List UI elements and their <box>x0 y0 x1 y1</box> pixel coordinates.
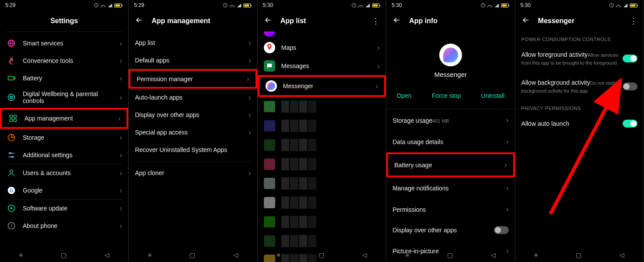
item-label: Battery usage <box>394 162 432 169</box>
nav-bar: ≡ ▢ ◁ <box>258 251 386 259</box>
list-item[interactable] <box>258 193 386 212</box>
actions-row: Open Force stop Uninstall <box>386 88 514 110</box>
nav-back[interactable]: ◁ <box>491 252 496 259</box>
settings-item[interactable]: Smart services› <box>0 34 128 52</box>
app-detail-item[interactable]: Storage usage401 MB› <box>386 110 514 131</box>
settings-item[interactable]: Digital Wellbeing & parental controls› <box>0 87 128 108</box>
force-stop-button[interactable]: Force stop <box>432 92 461 99</box>
settings-item[interactable]: Storage› <box>0 129 128 146</box>
clock: 5:30 <box>263 2 273 8</box>
page-title: Messenger <box>538 17 575 25</box>
app-list-item[interactable]: Messenger› <box>258 75 386 97</box>
toggle[interactable] <box>494 226 509 234</box>
nav-back[interactable]: ◁ <box>105 252 109 259</box>
item-icon <box>6 168 17 178</box>
list-item[interactable] <box>258 231 386 251</box>
app-list-item[interactable]: Messages› <box>258 57 386 75</box>
app-mgmt-item[interactable]: Special app access› <box>129 124 257 141</box>
settings-item[interactable]: App management› <box>0 108 128 129</box>
app-mgmt-item[interactable]: Display over other apps› <box>129 106 257 124</box>
app-mgmt-item[interactable]: Default apps› <box>129 52 257 69</box>
toggle[interactable] <box>623 120 637 128</box>
nav-recents[interactable]: ≡ <box>19 252 23 259</box>
settings-item[interactable]: About phone› <box>0 217 128 234</box>
redacted-label <box>281 196 316 209</box>
back-icon[interactable] <box>135 16 144 26</box>
list-item[interactable] <box>258 212 386 231</box>
item-label: Data usage details <box>392 138 443 145</box>
app-list: Maps›Messages›Messenger› <box>258 31 386 262</box>
chevron-right-icon: › <box>248 169 251 178</box>
nav-home[interactable]: ▢ <box>318 252 324 259</box>
app-detail-item[interactable]: Manage notifications› <box>386 177 514 199</box>
toggle[interactable] <box>623 55 637 62</box>
app-icon <box>264 216 275 228</box>
app-icon <box>264 31 275 37</box>
item-label: Digital Wellbeing & parental controls <box>23 90 113 104</box>
svg-rect-37 <box>373 4 378 7</box>
svg-point-41 <box>489 7 490 7</box>
chevron-right-icon: › <box>119 39 122 48</box>
nav-recents[interactable]: ≡ <box>406 252 409 259</box>
app-mgmt-item[interactable]: App cloner› <box>129 164 257 182</box>
app-mgmt-item[interactable]: Recover Uninstalled System Apps <box>129 141 257 159</box>
svg-rect-49 <box>637 4 638 6</box>
settings-item[interactable]: Additional settings› <box>0 146 128 164</box>
app-mgmt-item[interactable]: Permission manager› <box>129 69 257 89</box>
app-mgmt-item[interactable]: App list› <box>129 34 257 52</box>
header: App info <box>386 10 514 31</box>
svg-point-30 <box>231 7 232 7</box>
settings-item[interactable]: Convenience tools› <box>0 52 128 69</box>
app-icon <box>264 101 275 112</box>
settings-item[interactable]: GGoogle› <box>0 182 128 199</box>
list-item[interactable] <box>258 155 386 174</box>
app-detail-item[interactable]: Permissions› <box>386 199 514 220</box>
nav-home[interactable]: ▢ <box>189 252 195 259</box>
status-bar: 5:30 <box>386 0 514 10</box>
item-icon: G <box>6 185 17 196</box>
nav-recents[interactable]: ≡ <box>534 252 538 259</box>
more-icon[interactable]: ⋮ <box>630 16 637 26</box>
uninstall-button[interactable]: Uninstall <box>481 92 505 99</box>
app-mgmt-list: App list›Default apps›Permission manager… <box>129 31 257 184</box>
back-icon[interactable] <box>392 16 401 26</box>
nav-home[interactable]: ▢ <box>447 252 453 259</box>
more-icon[interactable]: ⋮ <box>372 16 380 26</box>
back-icon[interactable] <box>264 16 273 26</box>
list-item[interactable] <box>258 174 386 193</box>
nav-home[interactable]: ▢ <box>576 252 581 259</box>
app-mgmt-item[interactable]: Auto-launch apps› <box>129 89 257 106</box>
nav-back[interactable]: ◁ <box>362 252 367 259</box>
nav-recents[interactable]: ≡ <box>276 252 280 259</box>
app-detail-item[interactable]: Display over other apps <box>386 220 514 240</box>
settings-item[interactable]: Software update› <box>0 200 128 217</box>
list-item[interactable] <box>258 31 386 38</box>
page-title: Settings <box>6 17 122 25</box>
nav-back[interactable]: ◁ <box>233 252 238 259</box>
back-icon[interactable] <box>522 16 530 26</box>
item-icon <box>8 113 18 124</box>
nav-recents[interactable]: ≡ <box>148 252 151 259</box>
power-item[interactable]: Allow background activityDo not restrict… <box>515 72 644 100</box>
section-header: POWER CONSUMPTION CONTROLS <box>515 31 644 45</box>
settings-item[interactable]: Battery› <box>0 69 128 87</box>
list-item[interactable] <box>258 97 386 116</box>
status-icons <box>609 3 638 8</box>
nav-home[interactable]: ▢ <box>61 252 66 259</box>
list-item[interactable] <box>258 135 386 155</box>
power-item[interactable]: Allow auto launch <box>515 114 644 134</box>
open-button[interactable]: Open <box>396 92 411 99</box>
app-detail-item[interactable]: Data usage details› <box>386 131 514 152</box>
power-item[interactable]: Allow foreground activityAllow services … <box>515 45 644 72</box>
nav-back[interactable]: ◁ <box>620 252 624 259</box>
toggle[interactable] <box>623 83 637 90</box>
status-icons <box>351 3 381 8</box>
svg-point-28 <box>11 224 12 224</box>
settings-item[interactable]: Users & accounts› <box>0 164 128 182</box>
app-list-item[interactable]: Maps› <box>258 38 386 57</box>
app-detail-item[interactable]: Battery usage› <box>386 152 514 177</box>
list-item[interactable] <box>258 116 386 135</box>
item-label: App management <box>24 115 112 122</box>
redacted-label <box>281 216 316 228</box>
chevron-right-icon: › <box>506 116 509 125</box>
